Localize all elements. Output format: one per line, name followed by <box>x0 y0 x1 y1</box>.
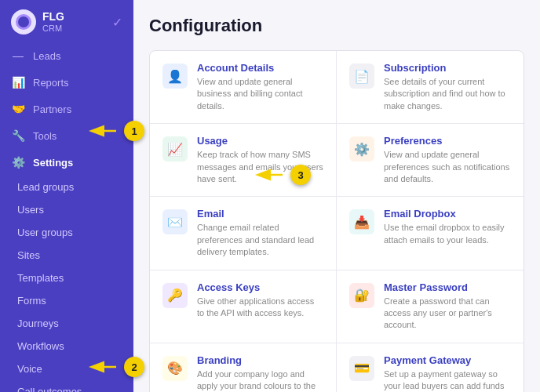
card-content-usage: Usage Keep track of how many SMS message… <box>197 135 323 185</box>
card-icon-branding: 🎨 <box>162 356 188 381</box>
sidebar-sub-lead-groups[interactable]: Lead groups <box>0 176 133 198</box>
logo-icon <box>11 9 36 34</box>
page-title: Configuration <box>149 16 524 36</box>
card-content-access-keys: Access Keys Give other applications acce… <box>197 281 323 320</box>
card-account-details[interactable]: 👤 Account Details View and update genera… <box>150 51 337 124</box>
card-icon-preferences: ⚙️ <box>349 136 374 162</box>
card-icon-usage: 📈 <box>162 136 188 162</box>
sidebar-sub-users[interactable]: Users <box>0 198 133 221</box>
sidebar-sub-templates[interactable]: Templates <box>0 267 133 289</box>
logo-icon-inner <box>16 14 31 30</box>
sidebar-sub-user-groups[interactable]: User groups <box>0 221 133 244</box>
card-content-payment-gateway: Payment Gateway Set up a payment gateway… <box>384 354 511 392</box>
card-icon-access-keys: 🔑 <box>162 283 188 308</box>
card-desc: View and update general preferences such… <box>384 149 511 185</box>
sub-label: Voice <box>17 363 42 375</box>
card-desc: Use the email dropbox to easily attach e… <box>384 222 511 246</box>
logo-name: FLG <box>42 11 64 23</box>
sidebar-item-partners[interactable]: 🤝 Partners <box>0 96 133 122</box>
card-content-account: Account Details View and update general … <box>197 62 323 112</box>
card-title: Master Password <box>384 281 511 293</box>
card-title: Email <box>197 208 323 220</box>
card-title: Account Details <box>197 62 323 74</box>
card-content-email-dropbox: Email Dropbox Use the email dropbox to e… <box>384 208 511 246</box>
sidebar-item-label: Settings <box>33 157 73 169</box>
card-content-preferences: Preferences View and update general pref… <box>384 135 511 185</box>
card-desc: Set up a payment gateway so your lead bu… <box>384 368 511 392</box>
settings-icon: ⚙️ <box>11 156 25 169</box>
card-desc: Keep track of how many SMS messages and … <box>197 149 323 185</box>
sidebar-sub-voice[interactable]: Voice <box>0 358 133 380</box>
card-payment-gateway[interactable]: 💳 Payment Gateway Set up a payment gatew… <box>337 343 524 392</box>
card-desc: View and update general business and bil… <box>197 76 323 112</box>
config-grid: 👤 Account Details View and update genera… <box>149 50 524 392</box>
logo-text-block: FLG CRM <box>42 11 64 32</box>
sidebar-sub-forms[interactable]: Forms <box>0 289 133 312</box>
sidebar-item-leads[interactable]: — Leads <box>0 42 133 69</box>
card-subscription[interactable]: 📄 Subscription See details of your curre… <box>337 51 524 124</box>
card-title: Payment Gateway <box>384 354 511 366</box>
card-content-branding: Branding Add your company logo and apply… <box>197 354 323 392</box>
card-desc: Add your company logo and apply your bra… <box>197 368 323 392</box>
sidebar-item-label: Tools <box>33 130 57 142</box>
main-content: Configuration 👤 Account Details View and… <box>133 0 540 392</box>
partners-icon: 🤝 <box>11 103 25 115</box>
sub-label: Sites <box>17 249 40 261</box>
card-access-keys[interactable]: 🔑 Access Keys Give other applications ac… <box>150 270 337 343</box>
sub-label: Users <box>17 204 44 216</box>
card-content-master-password: Master Password Create a password that c… <box>384 281 511 332</box>
sub-label: Templates <box>17 272 64 284</box>
card-title: Branding <box>197 354 323 366</box>
logo-area: FLG CRM <box>11 9 64 34</box>
sidebar-sub-call-outcomes[interactable]: Call outcomes <box>0 380 133 392</box>
card-title: Subscription <box>384 62 511 74</box>
card-title: Access Keys <box>197 281 323 293</box>
tools-icon: 🔧 <box>11 129 25 142</box>
sidebar-sub-sites[interactable]: Sites <box>0 244 133 267</box>
sidebar-item-tools[interactable]: 🔧 Tools <box>0 122 133 149</box>
check-icon: ✓ <box>112 15 122 30</box>
card-icon-master-password: 🔐 <box>349 283 374 308</box>
card-content-subscription: Subscription See details of your current… <box>384 62 511 112</box>
sub-label: Workflows <box>17 340 64 352</box>
reports-icon: 📊 <box>11 76 25 89</box>
card-master-password[interactable]: 🔐 Master Password Create a password that… <box>337 270 524 343</box>
card-icon-payment-gateway: 💳 <box>349 356 374 381</box>
card-title: Usage <box>197 135 323 147</box>
sidebar: FLG CRM ✓ — Leads 📊 Reports 🤝 Partners 🔧 <box>0 0 133 392</box>
card-desc: Create a password that can access any us… <box>384 296 511 332</box>
sidebar-sub-journeys[interactable]: Journeys <box>0 312 133 335</box>
card-icon-subscription: 📄 <box>349 64 374 89</box>
sidebar-item-label: Leads <box>33 50 60 62</box>
sub-label: User groups <box>17 227 73 238</box>
sidebar-item-label: Reports <box>33 77 69 89</box>
logo-sub: CRM <box>42 24 64 33</box>
card-email-dropbox[interactable]: 📥 Email Dropbox Use the email dropbox to… <box>337 197 524 270</box>
card-usage[interactable]: 📈 Usage Keep track of how many SMS messa… <box>150 124 337 197</box>
card-email[interactable]: ✉️ Email Change email related preference… <box>150 197 337 270</box>
card-title: Preferences <box>384 135 511 147</box>
card-icon-email-dropbox: 📥 <box>349 209 374 234</box>
card-preferences[interactable]: ⚙️ Preferences View and update general p… <box>337 124 524 197</box>
sidebar-item-label: Partners <box>33 103 71 115</box>
card-content-email: Email Change email related preferences a… <box>197 208 323 258</box>
card-icon-account: 👤 <box>162 64 188 89</box>
sidebar-header: FLG CRM ✓ <box>0 0 133 42</box>
card-icon-email: ✉️ <box>162 209 188 234</box>
sidebar-sub-workflows[interactable]: Workflows <box>0 335 133 358</box>
sidebar-item-reports[interactable]: 📊 Reports <box>0 69 133 96</box>
page-wrapper: FLG CRM ✓ — Leads 📊 Reports 🤝 Partners 🔧 <box>0 0 540 392</box>
card-desc: Change email related preferences and sta… <box>197 222 323 258</box>
sub-label: Call outcomes <box>17 386 82 392</box>
sidebar-scroll[interactable]: — Leads 📊 Reports 🤝 Partners 🔧 Tools ⚙️ … <box>0 42 133 392</box>
card-desc: Give other applications access to the AP… <box>197 296 323 320</box>
sub-label: Lead groups <box>17 181 74 193</box>
leads-icon: — <box>11 49 25 62</box>
sub-label: Journeys <box>17 318 59 329</box>
card-desc: See details of your current subscription… <box>384 76 511 112</box>
sidebar-item-settings[interactable]: ⚙️ Settings <box>0 149 133 176</box>
card-title: Email Dropbox <box>384 208 511 220</box>
sub-label: Forms <box>17 295 46 307</box>
card-branding[interactable]: 🎨 Branding Add your company logo and app… <box>150 343 337 392</box>
